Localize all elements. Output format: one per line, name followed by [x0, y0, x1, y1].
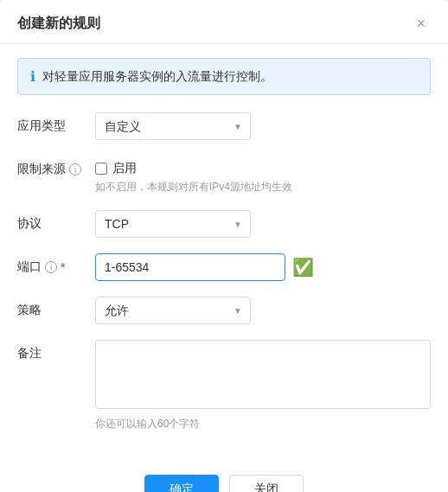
remark-textarea[interactable]: [95, 340, 431, 409]
limit-source-row: 限制来源 i 启用 如不启用，本规则对所有IPv4源地址均生效: [17, 156, 431, 195]
app-type-row: 应用类型 自定义 HTTP HTTPS SSH RDP ▼: [17, 112, 431, 140]
dialog-footer: 确定 关闭: [0, 461, 448, 492]
limit-source-checkbox-row: 启用: [95, 156, 431, 176]
protocol-select[interactable]: TCP UDP ALL: [95, 210, 251, 238]
strategy-label: 策略: [17, 297, 95, 318]
dialog-body: ℹ 对轻量应用服务器实例的入流量进行控制。 应用类型 自定义 HTTP HTTP…: [0, 44, 448, 461]
confirm-button[interactable]: 确定: [144, 475, 219, 492]
protocol-row: 协议 TCP UDP ALL ▼: [17, 210, 431, 238]
app-type-control: 自定义 HTTP HTTPS SSH RDP ▼: [95, 112, 431, 140]
limit-source-hint: 如不启用，本规则对所有IPv4源地址均生效: [95, 180, 431, 195]
app-type-select-wrapper: 自定义 HTTP HTTPS SSH RDP ▼: [95, 112, 251, 140]
dialog-header: 创建新的规则 ×: [0, 0, 448, 44]
remark-char-hint: 你还可以输入60个字符: [95, 417, 431, 431]
port-required-mark: *: [61, 260, 65, 274]
remark-row: 备注 你还可以输入60个字符: [17, 340, 431, 431]
app-type-label: 应用类型: [17, 112, 95, 134]
create-rule-dialog: 创建新的规则 × ℹ 对轻量应用服务器实例的入流量进行控制。 应用类型 自定义 …: [0, 0, 448, 492]
protocol-select-wrapper: TCP UDP ALL ▼: [95, 210, 251, 238]
port-row: 端口 i * ✅: [17, 253, 431, 281]
port-control: ✅: [95, 253, 431, 281]
close-button[interactable]: ×: [411, 14, 431, 33]
protocol-control: TCP UDP ALL ▼: [95, 210, 431, 238]
limit-source-control: 启用 如不启用，本规则对所有IPv4源地址均生效: [95, 156, 431, 195]
strategy-row: 策略 允许 拒绝 ▼: [17, 297, 431, 324]
port-label: 端口 i *: [17, 253, 95, 275]
dialog-title: 创建新的规则: [17, 15, 100, 33]
info-banner: ℹ 对轻量应用服务器实例的入流量进行控制。: [17, 58, 431, 95]
info-banner-icon: ℹ: [30, 68, 35, 85]
port-check-icon: ✅: [292, 257, 314, 278]
limit-source-checkbox[interactable]: [95, 163, 107, 175]
strategy-control: 允许 拒绝 ▼: [95, 297, 431, 324]
remark-control: 你还可以输入60个字符: [95, 340, 431, 431]
port-input-wrapper: ✅: [95, 253, 431, 281]
limit-source-info-icon[interactable]: i: [69, 163, 81, 176]
protocol-label: 协议: [17, 210, 95, 232]
port-info-icon[interactable]: i: [45, 261, 57, 273]
strategy-select-wrapper: 允许 拒绝 ▼: [95, 297, 251, 324]
remark-label: 备注: [17, 340, 95, 361]
info-banner-text: 对轻量应用服务器实例的入流量进行控制。: [42, 67, 272, 86]
cancel-button[interactable]: 关闭: [229, 475, 304, 492]
strategy-select[interactable]: 允许 拒绝: [95, 297, 251, 324]
limit-source-checkbox-label: 启用: [112, 161, 137, 176]
app-type-select[interactable]: 自定义 HTTP HTTPS SSH RDP: [95, 112, 251, 140]
port-input[interactable]: [95, 253, 285, 281]
limit-source-label: 限制来源 i: [17, 156, 95, 177]
